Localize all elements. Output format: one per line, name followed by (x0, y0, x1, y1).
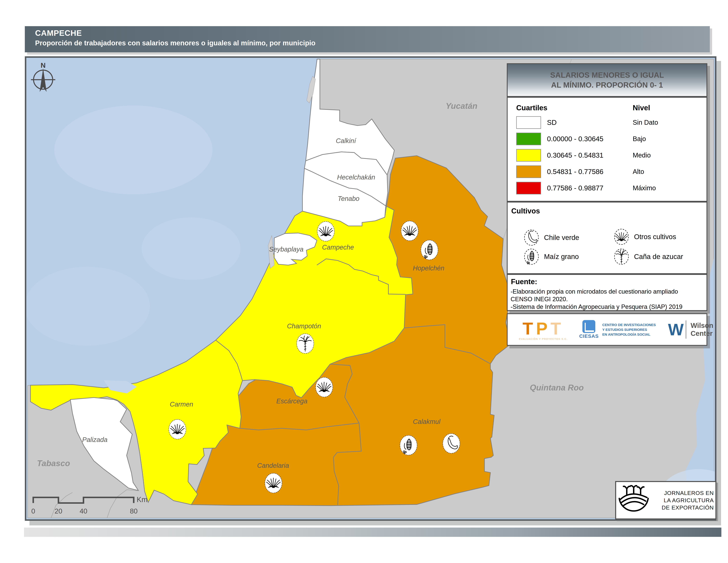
legend-header: SALARIOS MENORES O IGUAL AL MÍNIMO. PROP… (507, 63, 707, 97)
cultivo-item: Otros cultivos (614, 228, 676, 245)
jornaleros-logo-box: JORNALEROS ENLA AGRICULTURADE EXPORTACIÓ… (615, 481, 716, 519)
cana-icon (614, 248, 629, 265)
quartile-level: Máximo (633, 184, 656, 192)
label-quintana-roo: Quintana Roo (530, 383, 584, 392)
jornaleros-line: DE EXPORTACIÓN (651, 504, 714, 511)
label-candelaria: Candelaria (257, 462, 289, 469)
quartile-row: 0.30645 - 0.54831Medio (508, 147, 706, 163)
label-tabasco: Tabasco (37, 459, 70, 468)
wilson-divider (686, 321, 686, 339)
scale-unit: Km (137, 495, 148, 504)
label-champoton: Champotón (287, 323, 321, 330)
north-label: N (41, 61, 45, 69)
otros-icon (265, 473, 282, 493)
otros-icon (401, 221, 418, 241)
fuente-lines: -Elaboración propia con microdatos del c… (511, 288, 703, 311)
legend-cultivos-panel: Cultivos Chile verdeOtros cultivosMaíz g… (507, 202, 707, 274)
scale-tick: 20 (55, 507, 62, 515)
label-escarcega: Escárcega (276, 398, 307, 405)
ciesas-line: EN ANTROPOLOGÍA SOCIAL (602, 332, 656, 337)
legend-fuente-panel: Fuente: -Elaboración propia con microdat… (507, 274, 707, 311)
quartile-row: 0.77586 - 0.98877Máximo (508, 180, 706, 196)
otros-icon (169, 420, 186, 439)
quartile-range: 0.77586 - 0.98877 (547, 184, 603, 192)
label-hecelchakan: Hecelchakán (337, 173, 375, 181)
cultivo-item: Chile verde (523, 229, 579, 246)
legend-logos-panel: TPT EVALUACIÓN Y PROYECTOS S.C. CIESAS C… (507, 313, 707, 346)
maiz-icon (400, 435, 417, 455)
label-calkini: Calkiní (336, 137, 357, 144)
wilson-center-logo: W WilsonCenter (668, 320, 713, 339)
sea-highlight (26, 267, 150, 346)
ciesas-line: CENTRO DE INVESTIGACIONES (602, 323, 656, 327)
sea-highlight (142, 217, 240, 280)
quartile-rows: SDSin Dato0.00000 - 0.30645Bajo0.30645 -… (508, 114, 706, 196)
quartile-range: 0.00000 - 0.30645 (547, 135, 603, 143)
quartile-row: SDSin Dato (508, 114, 706, 131)
cultivo-label: Otros cultivos (634, 233, 676, 241)
fuente-line: CENSO INEGI 2020. (511, 296, 703, 303)
map-subtitle: Proporción de trabajadores con salarios … (35, 39, 315, 47)
jornaleros-line: LA AGRICULTURA (651, 497, 714, 504)
cultivo-item: Maíz grano (523, 248, 579, 265)
quartile-swatch (516, 182, 541, 194)
chile-icon (523, 229, 539, 246)
tpt-caption: EVALUACIÓN Y PROYECTOS S.C. (519, 338, 568, 340)
fuente-line: -Elaboración propia con microdatos del c… (511, 288, 703, 296)
quartile-level: Medio (633, 151, 651, 159)
cultivo-item: Caña de azucar (614, 248, 683, 265)
ciesas-text: CENTRO DE INVESTIGACIONESY ESTUDIOS SUPE… (602, 323, 656, 337)
quartiles-column-header: Cuartiles (516, 104, 547, 112)
jornaleros-field-icon (617, 484, 650, 517)
jornaleros-line: JORNALEROS EN (651, 489, 714, 497)
map-title: CAMPECHE (35, 28, 82, 38)
fuente-line: -Sistema de Información Agropecuaria y P… (511, 303, 703, 311)
ciesas-icon (582, 320, 595, 333)
label-palizada: Palizada (82, 436, 108, 443)
scale-tick: 80 (130, 507, 138, 515)
label-hopelchen: Hopelchén (413, 264, 444, 272)
quartile-range: SD (547, 118, 557, 126)
cultivo-label: Maíz grano (544, 253, 579, 260)
wilson-w-icon: W (668, 320, 681, 339)
quartile-swatch (516, 149, 541, 162)
label-calakmul: Calakmul (413, 418, 441, 425)
tpt-letter: T (550, 319, 564, 338)
tpt-logo: TPT EVALUACIÓN Y PROYECTOS S.C. (519, 319, 568, 340)
level-column-header: Nivel (633, 104, 650, 112)
quartile-swatch (516, 165, 541, 178)
cultivo-label: Chile verde (544, 234, 579, 241)
page: CAMPECHE Proporción de trabajadores con … (0, 0, 728, 563)
quartile-row: 0.54831 - 0.77586Alto (508, 163, 706, 180)
quartile-row: 0.00000 - 0.30645Bajo (508, 131, 706, 147)
otros-icon (316, 377, 333, 397)
label-campeche: Campeche (322, 243, 354, 251)
quartile-level: Bajo (633, 135, 646, 142)
quartile-range: 0.54831 - 0.77586 (547, 168, 603, 176)
scale-tick: 40 (80, 507, 87, 515)
legend-quartiles-panel: Cuartiles Nivel SDSin Dato0.00000 - 0.30… (507, 97, 707, 202)
maiz-icon (421, 240, 438, 260)
tpt-letter: T (523, 319, 536, 338)
label-carmen: Carmen (170, 401, 193, 408)
quartile-swatch (516, 133, 541, 145)
tpt-letter: P (536, 319, 550, 338)
label-yucatan: Yucatán (446, 101, 478, 111)
label-seybaplaya: Seybaplaya (269, 245, 303, 253)
sea-highlight (54, 105, 212, 194)
quartile-level: Alto (633, 168, 644, 175)
wilson-text: WilsonCenter (691, 322, 713, 338)
cultivos-title: Cultivos (511, 207, 540, 215)
maiz-icon (523, 248, 539, 265)
bottom-gradient-strip (24, 528, 721, 537)
scale-tick: 0 (31, 507, 35, 515)
cana-icon (297, 334, 314, 353)
title-banner: CAMPECHE Proporción de trabajadores con … (25, 26, 710, 52)
otros-icon (614, 228, 629, 245)
cultivo-label: Caña de azucar (634, 253, 683, 260)
quartile-swatch (516, 116, 541, 129)
fuente-title: Fuente: (511, 277, 537, 286)
quartile-range: 0.30645 - 0.54831 (547, 151, 603, 159)
ciesas-logo: CIESAS CENTRO DE INVESTIGACIONESY ESTUDI… (579, 320, 656, 339)
ciesas-line: Y ESTUDIOS SUPERIORES (602, 327, 656, 332)
